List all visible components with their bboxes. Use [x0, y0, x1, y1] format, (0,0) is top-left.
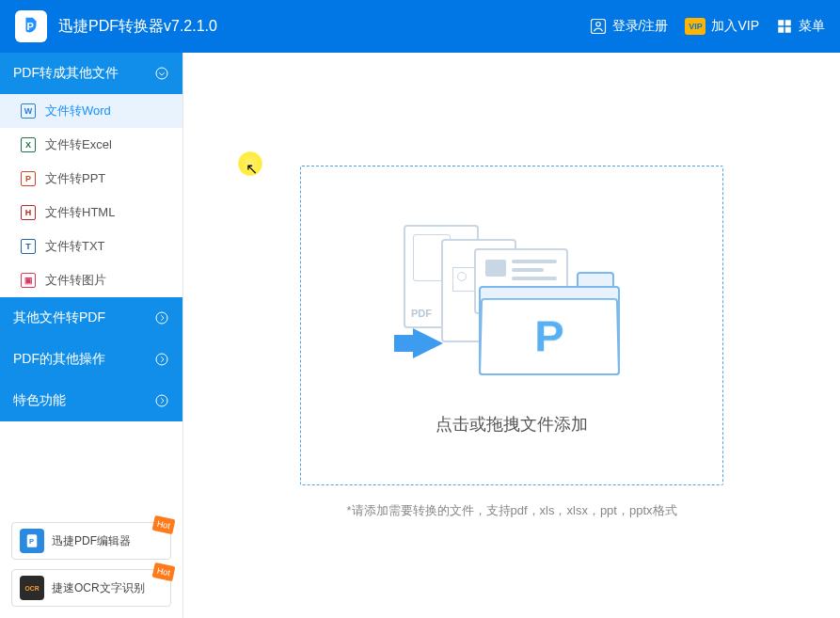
dropzone-text: 点击或拖拽文件添加: [436, 413, 588, 436]
sidebar-item-label: 文件转Excel: [45, 136, 112, 153]
section-pdf-to-other[interactable]: PDF转成其他文件: [0, 53, 182, 94]
sidebar-item-html[interactable]: H 文件转HTML: [0, 196, 182, 230]
sidebar-item-label: 文件转图片: [45, 272, 106, 289]
sidebar-item-txt[interactable]: T 文件转TXT: [0, 230, 182, 263]
cursor-icon: ↖: [246, 160, 258, 178]
promo-pdf-editor[interactable]: P 迅捷PDF编辑器 Hot: [11, 522, 171, 560]
dropzone-illustration: PDF P: [404, 215, 620, 385]
chevron-right-icon: [154, 310, 169, 325]
image-icon: ▣: [21, 273, 36, 288]
main-content: ↖ PDF P 点击或拖拽文件添加 *请添加需要转换的文件，支持pdf，xls，…: [183, 53, 840, 618]
section-other-to-pdf[interactable]: 其他文件转PDF: [0, 297, 182, 339]
excel-icon: X: [21, 137, 36, 152]
menu-button[interactable]: 菜单: [776, 18, 825, 35]
txt-icon: T: [21, 239, 36, 254]
section-special-features[interactable]: 特色功能: [0, 380, 182, 421]
svg-point-7: [156, 68, 167, 79]
menu-label: 菜单: [799, 18, 825, 35]
vip-label: 加入VIP: [711, 18, 759, 35]
app-title: 迅捷PDF转换器v7.2.1.0: [58, 17, 217, 37]
vip-icon: VIP: [685, 18, 705, 35]
user-icon: [590, 18, 607, 35]
hot-badge: Hot: [152, 563, 176, 581]
login-label: 登录/注册: [612, 18, 669, 35]
section-label: 其他文件转PDF: [13, 309, 105, 326]
sidebar-item-ppt[interactable]: P 文件转PPT: [0, 162, 182, 196]
cursor-highlight: [238, 151, 262, 176]
section-label: PDF的其他操作: [13, 351, 105, 368]
ocr-icon: OCR: [20, 576, 44, 600]
svg-rect-5: [778, 27, 784, 33]
file-dropzone[interactable]: PDF P 点击或拖拽文件添加: [300, 166, 723, 485]
vip-button[interactable]: VIP 加入VIP: [685, 18, 759, 35]
sidebar: PDF转成其他文件 W 文件转Word X 文件转Excel P 文件转PPT …: [0, 53, 183, 618]
sidebar-item-image[interactable]: ▣ 文件转图片: [0, 263, 182, 297]
chevron-right-icon: [154, 393, 169, 408]
svg-text:P: P: [29, 537, 34, 546]
hot-badge: Hot: [152, 515, 176, 534]
grid-icon: [776, 18, 793, 35]
pdf-editor-icon: P: [20, 529, 44, 553]
chevron-right-icon: [154, 352, 169, 367]
section-label: PDF转成其他文件: [13, 65, 119, 82]
sidebar-item-label: 文件转HTML: [45, 204, 115, 221]
ppt-icon: P: [21, 171, 36, 186]
svg-rect-3: [778, 20, 784, 25]
sidebar-item-label: 文件转TXT: [45, 238, 105, 255]
sidebar-item-excel[interactable]: X 文件转Excel: [0, 128, 182, 162]
section-label: 特色功能: [13, 392, 66, 409]
sidebar-item-word[interactable]: W 文件转Word: [0, 94, 182, 128]
svg-rect-4: [785, 20, 791, 25]
svg-text:P: P: [26, 21, 33, 32]
login-button[interactable]: 登录/注册: [590, 18, 669, 35]
svg-point-8: [156, 312, 167, 324]
sidebar-item-label: 文件转Word: [45, 103, 111, 119]
promo-label: 捷速OCR文字识别: [52, 580, 145, 596]
titlebar: P 迅捷PDF转换器v7.2.1.0 登录/注册 VIP 加入VIP 菜单: [0, 0, 840, 53]
svg-text:OCR: OCR: [25, 585, 40, 592]
promo-label: 迅捷PDF编辑器: [52, 533, 131, 549]
format-hint: *请添加需要转换的文件，支持pdf，xls，xlsx，ppt，pptx格式: [346, 502, 676, 519]
svg-point-2: [595, 23, 600, 27]
html-icon: H: [21, 205, 36, 220]
svg-point-9: [156, 354, 167, 365]
sidebar-item-label: 文件转PPT: [45, 170, 105, 187]
svg-point-10: [156, 395, 167, 406]
section-pdf-operations[interactable]: PDF的其他操作: [0, 339, 182, 380]
svg-rect-6: [785, 27, 791, 33]
app-logo: P: [15, 10, 47, 42]
chevron-down-icon: [154, 66, 169, 81]
promo-ocr[interactable]: OCR 捷速OCR文字识别 Hot: [11, 569, 171, 607]
word-icon: W: [21, 103, 36, 119]
